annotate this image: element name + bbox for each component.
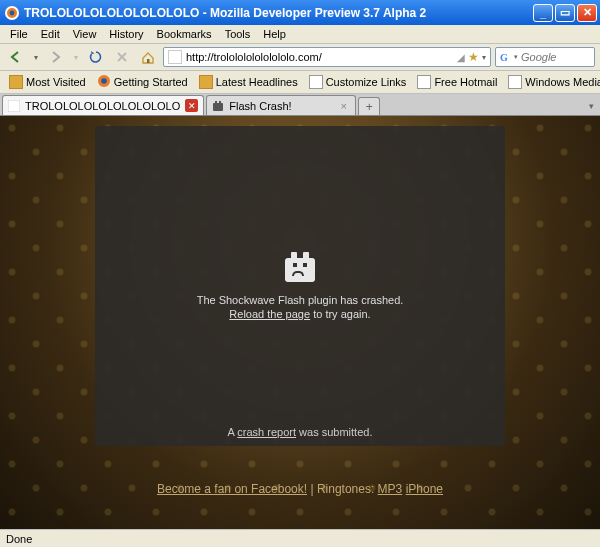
iphone-link[interactable]: iPhone bbox=[406, 482, 443, 496]
search-input[interactable] bbox=[521, 51, 591, 63]
ringtones-label: Ringtones: bbox=[317, 482, 378, 496]
tab-active[interactable]: TROLOLOLOLOLOLOLOLOLO ✕ bbox=[2, 95, 204, 115]
window-maximize-button[interactable]: ▭ bbox=[555, 4, 575, 22]
page-footer-links: Become a fan on Facebook! | Ringtones: M… bbox=[0, 482, 600, 496]
bookmark-latest-headlines[interactable]: Latest Headlines bbox=[195, 74, 302, 90]
url-dropdown-icon[interactable]: ▾ bbox=[482, 53, 486, 62]
tab-label: Flash Crash! bbox=[229, 100, 332, 112]
bookmark-free-hotmail[interactable]: Free Hotmail bbox=[413, 74, 501, 90]
new-tab-button[interactable]: + bbox=[358, 97, 380, 115]
tab-label: TROLOLOLOLOLOLOLOLOLO bbox=[25, 100, 180, 112]
bookmark-getting-started[interactable]: Getting Started bbox=[93, 73, 192, 91]
tab-favicon bbox=[8, 100, 20, 112]
back-button[interactable] bbox=[5, 47, 27, 67]
svg-rect-11 bbox=[215, 101, 217, 103]
menubar: File Edit View History Bookmarks Tools H… bbox=[0, 25, 600, 44]
crash-report-link[interactable]: crash report bbox=[237, 426, 296, 438]
firefox-icon bbox=[5, 6, 19, 20]
svg-rect-10 bbox=[213, 103, 223, 111]
page-content: The Shockwave Flash plugin has crashed. … bbox=[0, 116, 600, 536]
feed-icon[interactable]: ◢ bbox=[457, 52, 465, 63]
window-titlebar: TROLOLOLOLOLOLOLOLOLO - Mozilla Develope… bbox=[0, 0, 600, 25]
page-icon bbox=[508, 75, 522, 89]
window-title: TROLOLOLOLOLOLOLOLOLO - Mozilla Develope… bbox=[24, 6, 533, 20]
menu-history[interactable]: History bbox=[103, 27, 149, 41]
reload-button[interactable] bbox=[85, 47, 107, 67]
crash-report-pre: A bbox=[228, 426, 238, 438]
feed-icon bbox=[199, 75, 213, 89]
menu-view[interactable]: View bbox=[67, 27, 103, 41]
site-identity-icon[interactable] bbox=[168, 50, 182, 64]
reload-page-link[interactable]: Reload the page bbox=[229, 308, 310, 320]
back-history-dropdown[interactable]: ▾ bbox=[31, 53, 41, 62]
page-icon bbox=[309, 75, 323, 89]
status-text: Done bbox=[6, 533, 32, 545]
search-box[interactable]: G ▾ bbox=[495, 47, 595, 67]
plugin-icon bbox=[212, 100, 224, 112]
bookmark-windows-media[interactable]: Windows Media bbox=[504, 74, 600, 90]
svg-rect-4 bbox=[147, 59, 150, 63]
navigation-toolbar: ▾ ▾ ◢ ★ ▾ G ▾ bbox=[0, 44, 600, 71]
sad-plugin-icon bbox=[283, 252, 317, 282]
tab-bar: TROLOLOLOLOLOLOLOLOLO ✕ Flash Crash! × +… bbox=[0, 94, 600, 116]
bookmark-label: Latest Headlines bbox=[216, 76, 298, 88]
folder-icon bbox=[9, 75, 23, 89]
facebook-fan-link[interactable]: Become a fan on Facebook! bbox=[157, 482, 307, 496]
mp3-link[interactable]: MP3 bbox=[378, 482, 403, 496]
bookmark-label: Free Hotmail bbox=[434, 76, 497, 88]
bookmark-star-icon[interactable]: ★ bbox=[468, 50, 479, 64]
menu-tools[interactable]: Tools bbox=[219, 27, 257, 41]
bookmarks-toolbar: Most Visited Getting Started Latest Head… bbox=[0, 71, 600, 94]
page-icon bbox=[417, 75, 431, 89]
crash-report-post: was submitted. bbox=[296, 426, 372, 438]
bookmark-label: Customize Links bbox=[326, 76, 407, 88]
bookmark-label: Most Visited bbox=[26, 76, 86, 88]
bookmark-label: Getting Started bbox=[114, 76, 188, 88]
forward-history-dropdown[interactable]: ▾ bbox=[71, 53, 81, 62]
crash-reload-line: Reload the page to try again. bbox=[229, 308, 370, 320]
url-bar[interactable]: ◢ ★ ▾ bbox=[163, 47, 491, 67]
crash-message: The Shockwave Flash plugin has crashed. bbox=[197, 294, 404, 306]
firefox-icon bbox=[97, 74, 111, 90]
menu-file[interactable]: File bbox=[4, 27, 34, 41]
forward-button[interactable] bbox=[45, 47, 67, 67]
tab-list-dropdown[interactable]: ▾ bbox=[585, 97, 597, 115]
bookmark-label: Windows Media bbox=[525, 76, 600, 88]
tab-close-button[interactable]: ✕ bbox=[185, 99, 198, 112]
menu-help[interactable]: Help bbox=[257, 27, 292, 41]
window-close-button[interactable]: ✕ bbox=[577, 4, 597, 22]
tab-inactive[interactable]: Flash Crash! × bbox=[206, 95, 356, 115]
stop-button[interactable] bbox=[111, 47, 133, 67]
tab-close-button[interactable]: × bbox=[337, 99, 350, 112]
home-button[interactable] bbox=[137, 47, 159, 67]
plugin-crash-panel: The Shockwave Flash plugin has crashed. … bbox=[95, 126, 505, 446]
crash-report-line: A crash report was submitted. bbox=[95, 426, 505, 438]
window-minimize-button[interactable]: _ bbox=[533, 4, 553, 22]
svg-point-8 bbox=[101, 78, 107, 84]
svg-point-1 bbox=[10, 10, 15, 15]
bookmark-most-visited[interactable]: Most Visited bbox=[5, 74, 90, 90]
google-icon: G bbox=[499, 51, 511, 63]
bookmark-customize-links[interactable]: Customize Links bbox=[305, 74, 411, 90]
separator: | bbox=[307, 482, 317, 496]
menu-edit[interactable]: Edit bbox=[35, 27, 66, 41]
url-input[interactable] bbox=[186, 49, 454, 65]
svg-text:G: G bbox=[500, 52, 508, 63]
svg-rect-9 bbox=[8, 100, 20, 112]
svg-rect-12 bbox=[219, 101, 221, 103]
menu-bookmarks[interactable]: Bookmarks bbox=[151, 27, 218, 41]
crash-reload-tail: to try again. bbox=[310, 308, 371, 320]
status-bar: Done bbox=[0, 529, 600, 547]
search-engine-dropdown-icon[interactable]: ▾ bbox=[514, 53, 518, 61]
